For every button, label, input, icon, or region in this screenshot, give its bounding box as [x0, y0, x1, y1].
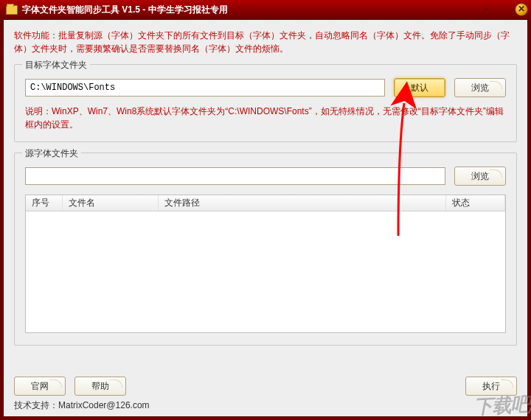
group-target-title: 目标字体文件夹: [22, 59, 90, 71]
group-source-title: 源字体文件夹: [22, 147, 81, 160]
tech-support: 技术支持：MatrixCoder@126.com: [14, 399, 150, 412]
close-button[interactable]: ✕: [515, 3, 528, 16]
group-target-font-folder: 目标字体文件夹 默认 浏览 说明：WinXP、Win7、Win8系统默认字体文件…: [14, 64, 517, 142]
table-header: 序号 文件名 文件路径 状态: [26, 195, 505, 211]
window-title: 字体文件夹智能同步工具 V1.5 - 中学生学习报社专用: [22, 4, 228, 16]
source-browse-button[interactable]: 浏览: [454, 167, 506, 186]
folder-icon: [6, 5, 18, 15]
default-button[interactable]: 默认: [394, 78, 445, 97]
tech-support-email: MatrixCoder@126.com: [58, 400, 150, 410]
file-table: 序号 文件名 文件路径 状态: [25, 195, 506, 333]
col-status[interactable]: 状态: [446, 195, 505, 211]
window-frame: 软件功能：批量复制源（字体）文件夹下的所有文件到目标（字体）文件夹，自动忽略同名…: [3, 19, 528, 417]
target-browse-button[interactable]: 浏览: [454, 78, 506, 97]
col-filename[interactable]: 文件名: [63, 195, 159, 211]
col-filepath[interactable]: 文件路径: [159, 195, 446, 211]
help-button[interactable]: 帮助: [74, 377, 126, 396]
tech-support-label: 技术支持：: [14, 400, 58, 410]
target-path-input[interactable]: [25, 79, 385, 97]
bottom-button-row: 官网 帮助 执行: [14, 377, 517, 396]
titlebar: 字体文件夹智能同步工具 V1.5 - 中学生学习报社专用 ✕: [0, 0, 531, 19]
target-note-text: 说明：WinXP、Win7、Win8系统默认字体文件夹为“C:\WINDOWS\…: [25, 105, 506, 131]
group-source-font-folder: 源字体文件夹 浏览 序号 文件名 文件路径 状态: [14, 153, 517, 346]
source-path-input[interactable]: [25, 167, 445, 185]
run-button[interactable]: 执行: [465, 377, 517, 396]
titlebar-decoration: [457, 1, 502, 18]
col-index[interactable]: 序号: [26, 195, 63, 211]
website-button[interactable]: 官网: [14, 377, 66, 396]
description-text: 软件功能：批量复制源（字体）文件夹下的所有文件到目标（字体）文件夹，自动忽略同名…: [14, 29, 517, 55]
